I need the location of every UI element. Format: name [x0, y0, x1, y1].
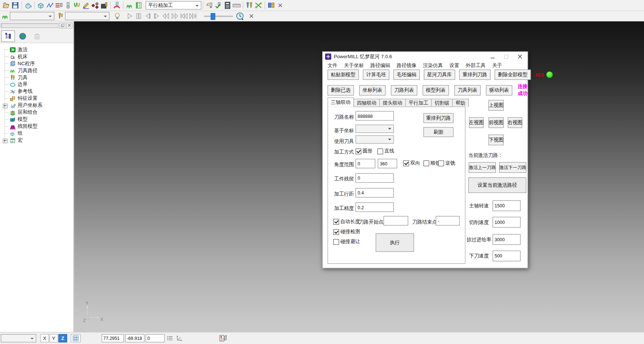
- coord-list-button[interactable]: 坐标列表: [359, 85, 386, 95]
- tool-pair-icon[interactable]: [245, 1, 254, 9]
- rewind-icon[interactable]: [161, 12, 171, 20]
- angle-from-input[interactable]: [356, 159, 376, 168]
- menu-item-settings[interactable]: 设置: [446, 62, 463, 69]
- tree-item-activate[interactable]: 激活: [0, 46, 73, 53]
- pause-icon[interactable]: [134, 12, 143, 20]
- coord-z-input[interactable]: [146, 334, 164, 342]
- tool-database-icon[interactable]: [267, 1, 276, 9]
- menu-item-path-mirror[interactable]: 路径镜像: [394, 62, 420, 69]
- edit-stock-button[interactable]: 毛坯编辑: [394, 70, 420, 80]
- explorer-tab-trash[interactable]: [30, 31, 44, 42]
- verify-check-icon[interactable]: [214, 1, 223, 9]
- menu-item-external-tools[interactable]: 外部工具: [463, 62, 489, 69]
- save-icon[interactable]: [11, 1, 20, 9]
- create-block-icon[interactable]: [36, 1, 45, 9]
- feature-set-icon[interactable]: [90, 1, 100, 9]
- path-end-input[interactable]: [436, 216, 460, 226]
- toolpath-icon[interactable]: [125, 1, 134, 9]
- close-panel-icon[interactable]: [66, 22, 72, 28]
- tree-item-toolpaths[interactable]: 刀具路径: [0, 67, 73, 74]
- toolpath-list-button[interactable]: 刀路列表: [391, 85, 417, 95]
- delete-selected-button[interactable]: 删除已选: [328, 85, 354, 95]
- menu-item-path-edit[interactable]: 路径编辑: [367, 62, 394, 69]
- panel-reorder-button[interactable]: 重排列刀路: [423, 113, 453, 123]
- view-mode-icon[interactable]: [219, 334, 228, 342]
- tolerance-input[interactable]: [356, 203, 394, 212]
- limit-lines-icon[interactable]: [54, 1, 64, 9]
- go-to-end-icon[interactable]: [188, 12, 198, 20]
- reorder-toolpaths-button[interactable]: 重排列刀路: [459, 70, 491, 80]
- calc-stock-button[interactable]: 计算毛坯: [363, 70, 389, 80]
- play-icon[interactable]: [125, 12, 134, 20]
- spindle-speed-input[interactable]: [492, 200, 520, 211]
- tool-library-button[interactable]: 星河刀具库: [424, 70, 455, 80]
- list-options-icon[interactable]: [167, 334, 174, 342]
- tab-help[interactable]: 帮助: [452, 99, 469, 107]
- fast-forward-icon[interactable]: [170, 12, 179, 20]
- base-coord-combobox[interactable]: [356, 125, 394, 133]
- ball-tool-icon[interactable]: [63, 1, 72, 9]
- menu-item-coords[interactable]: 关于坐标: [341, 62, 367, 69]
- tree-item-machine[interactable]: 机床: [0, 53, 73, 60]
- stock-block-icon[interactable]: [100, 1, 109, 9]
- sim-tool-combobox[interactable]: [65, 12, 110, 20]
- expand-icon[interactable]: [3, 104, 7, 108]
- stepover-input[interactable]: [356, 188, 394, 198]
- conventional-mill-checkbox[interactable]: 逆铣: [438, 159, 455, 166]
- minimize-button[interactable]: [486, 52, 499, 62]
- execute-button[interactable]: 执行: [376, 233, 414, 252]
- expand-icon[interactable]: [3, 139, 7, 143]
- calculator-icon[interactable]: [223, 1, 232, 9]
- delete-all-models-button[interactable]: 删除全部模型: [495, 70, 531, 80]
- clock-icon[interactable]: [235, 12, 245, 20]
- strategy-list-icon[interactable]: [134, 1, 143, 9]
- tree-item-stock-models[interactable]: 残留模型: [0, 123, 73, 130]
- mode-line-checkbox[interactable]: 直线: [377, 148, 394, 155]
- activate-prev-toolpath-button[interactable]: 激活上一刀路: [469, 162, 496, 173]
- tab-parallel[interactable]: 平行加工: [405, 99, 432, 107]
- use-tool-combobox[interactable]: [356, 136, 394, 144]
- toolpath-name-input[interactable]: [356, 111, 394, 121]
- tree-item-tools[interactable]: 刀具: [0, 74, 73, 81]
- nc-program-star-icon[interactable]: [205, 1, 214, 9]
- path-start-input[interactable]: [384, 216, 408, 226]
- close-toolbar-icon[interactable]: [276, 1, 285, 9]
- statusbar-combobox[interactable]: [1, 334, 36, 342]
- close-button[interactable]: [513, 52, 526, 62]
- collision-avoid-checkbox[interactable]: 碰撞避让: [333, 238, 360, 245]
- pattern-icon[interactable]: [45, 1, 54, 9]
- simulation-speed-slider[interactable]: [204, 13, 233, 20]
- tree-item-levels-sets[interactable]: 层和组合: [0, 109, 73, 116]
- view-left-button[interactable]: 左视图: [469, 117, 483, 128]
- menu-item-render-sim[interactable]: 渲染仿真: [420, 62, 446, 69]
- climb-mill-checkbox[interactable]: 顺铣: [423, 159, 440, 166]
- measure-ruler-icon[interactable]: [232, 1, 241, 9]
- skim-feed-input[interactable]: [492, 234, 520, 245]
- tab-4axis[interactable]: 四轴联动: [353, 99, 380, 107]
- explorer-scrollbar[interactable]: [1, 23, 58, 28]
- menu-item-about[interactable]: 关于: [489, 62, 505, 69]
- go-to-start-icon[interactable]: [179, 12, 189, 20]
- tree-item-groups[interactable]: 组: [0, 130, 73, 137]
- plunge-feed-input[interactable]: [492, 250, 520, 261]
- axis-z-button[interactable]: Z: [58, 334, 67, 342]
- cutting-feed-input[interactable]: [492, 217, 520, 228]
- view-top-button[interactable]: 上视图: [488, 100, 504, 110]
- light-bulb-icon[interactable]: [113, 12, 122, 20]
- tree-item-patterns[interactable]: 参考线: [0, 88, 73, 95]
- tree-item-macros[interactable]: 宏: [0, 137, 73, 144]
- tab-swing-head[interactable]: 摆头联动: [380, 99, 406, 107]
- step-forward-icon[interactable]: [152, 12, 161, 20]
- view-right-button[interactable]: 右视图: [508, 117, 522, 128]
- open-file-icon[interactable]: [1, 1, 11, 9]
- boundary-icon[interactable]: [72, 1, 82, 9]
- explorer-tab-globe[interactable]: [16, 31, 29, 42]
- axis-x-button[interactable]: X: [40, 334, 49, 342]
- tool-list-button[interactable]: 刀具列表: [454, 85, 481, 95]
- tree-item-nc-program[interactable]: NC程序: [0, 60, 73, 67]
- transform-swap-icon[interactable]: [254, 1, 263, 9]
- bidirectional-checkbox[interactable]: 双向: [403, 159, 420, 166]
- explorer-tab-tree[interactable]: [1, 31, 15, 42]
- step-back-icon[interactable]: [143, 12, 152, 20]
- model-teapot-icon[interactable]: [24, 1, 33, 9]
